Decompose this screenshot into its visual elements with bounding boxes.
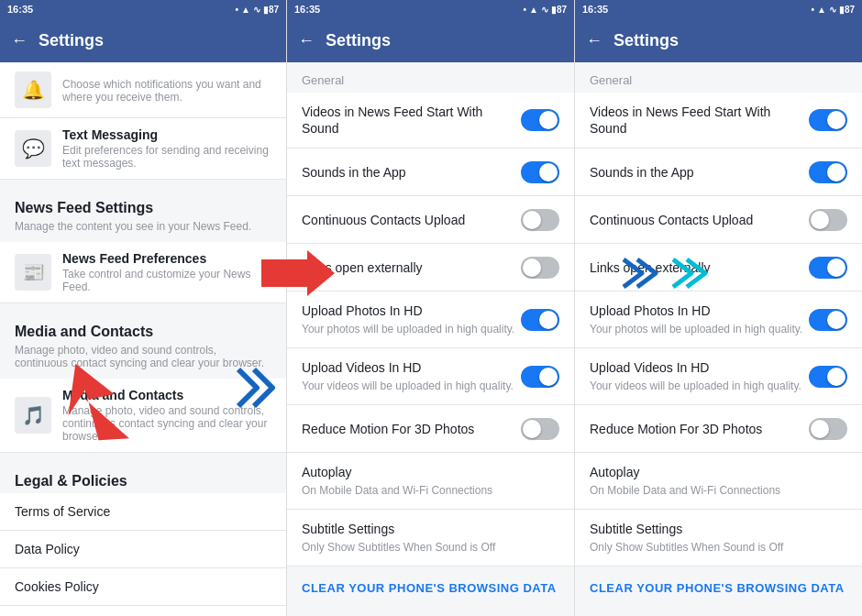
news-feed-prefs-subtitle: Take control and customize your News Fee…: [62, 268, 271, 293]
middle-item-4[interactable]: Upload Photos In HD Your photos will be …: [287, 292, 574, 348]
middle-item-0-text: Videos in News Feed Start With Sound: [302, 104, 521, 137]
app-bar-middle: ← Settings: [287, 18, 574, 62]
text-messaging-item[interactable]: 💬 Text Messaging Edit preferences for se…: [0, 118, 286, 180]
toggle-knob-videos-right: [827, 111, 845, 129]
middle-autoplay-item[interactable]: Autoplay On Mobile Data and Wi-Fi Connec…: [287, 453, 574, 510]
right-item-5-text: Upload Videos In HD Your videos will be …: [590, 359, 809, 393]
wifi-icon-r: ∿: [829, 5, 836, 15]
status-icons-left: • ▲ ∿ ▮87: [235, 5, 279, 15]
toggle-links-middle[interactable]: [521, 257, 559, 279]
battery-icon-r: ▮87: [839, 5, 855, 15]
news-feed-prefs-item[interactable]: 📰 News Feed Preferences Take control and…: [0, 242, 286, 303]
toggle-knob-reduce-middle: [523, 420, 541, 438]
middle-subtitle-subtitle: Only Show Subtitles When Sound is Off: [302, 540, 559, 556]
toggle-contacts-middle[interactable]: [521, 209, 559, 231]
middle-autoplay-title: Autoplay: [302, 464, 559, 480]
toggle-contacts-right[interactable]: [809, 209, 847, 231]
community-item[interactable]: Community Standards: [0, 606, 286, 616]
toggle-knob-links-middle: [523, 258, 541, 277]
bluetooth-icon-m: •: [523, 5, 526, 15]
app-bar-left: ← Settings: [0, 18, 286, 62]
right-item-1[interactable]: Sounds in the App: [575, 148, 862, 196]
middle-item-1[interactable]: Sounds in the App: [287, 148, 574, 196]
toggle-knob-sounds-right: [827, 163, 845, 182]
media-contacts-text: Media and Contacts Manage photo, video a…: [62, 388, 271, 443]
toggle-knob-contacts-right: [811, 211, 829, 229]
middle-item-0[interactable]: Videos in News Feed Start With Sound: [287, 93, 574, 148]
toggle-knob-reduce-right: [811, 420, 829, 438]
media-contacts-icon: 🎵: [15, 397, 51, 434]
right-item-3-title: Links open externally: [590, 259, 809, 276]
middle-item-5-subtitle: Your videos will be uploaded in high qua…: [302, 379, 521, 394]
status-icons-right: • ▲ ∿ ▮87: [811, 5, 855, 15]
middle-item-6-title: Reduce Motion For 3D Photos: [302, 421, 521, 437]
right-autoplay-subtitle: On Mobile Data and Wi-Fi Connections: [590, 483, 847, 499]
right-item-4-subtitle: Your photos will be uploaded in high qua…: [590, 322, 809, 337]
middle-item-5-title: Upload Videos In HD: [302, 359, 521, 376]
notifications-item[interactable]: 🔔 Choose which notifications you want an…: [0, 62, 286, 118]
middle-panel: 16:35 • ▲ ∿ ▮87 ← Settings General Video…: [287, 0, 575, 616]
right-item-2[interactable]: Continuous Contacts Upload: [575, 196, 862, 244]
back-button-right[interactable]: ←: [586, 31, 602, 50]
middle-item-4-title: Upload Photos In HD: [302, 302, 521, 319]
toggle-photos-right[interactable]: [809, 309, 847, 331]
toggle-reduce-middle[interactable]: [521, 418, 559, 440]
middle-item-1-text: Sounds in the App: [302, 164, 521, 181]
toggle-knob-sounds-middle: [539, 163, 558, 182]
right-subtitle-title: Subtitle Settings: [590, 521, 847, 537]
right-item-3-text: Links open externally: [590, 259, 809, 276]
time-middle: 16:35: [294, 4, 320, 15]
toggle-videos-right[interactable]: [809, 109, 847, 131]
right-item-6-title: Reduce Motion For 3D Photos: [590, 421, 809, 437]
cookies-item[interactable]: Cookies Policy: [0, 568, 286, 606]
toggle-sounds-right[interactable]: [809, 161, 847, 183]
right-item-3[interactable]: Links open externally: [575, 244, 862, 292]
right-subtitle-item[interactable]: Subtitle Settings Only Show Subtitles Wh…: [575, 510, 862, 566]
toggle-photos-middle[interactable]: [521, 309, 559, 331]
right-item-0-text: Videos in News Feed Start With Sound: [590, 104, 809, 137]
right-autoplay-item[interactable]: Autoplay On Mobile Data and Wi-Fi Connec…: [575, 453, 862, 510]
middle-item-3-title: Links open externally: [302, 259, 521, 276]
toggle-links-right[interactable]: [809, 257, 847, 279]
back-button-left[interactable]: ←: [11, 31, 28, 50]
right-item-5-subtitle: Your videos will be uploaded in high qua…: [590, 379, 809, 394]
notifications-icon: 🔔: [15, 72, 51, 108]
right-item-0[interactable]: Videos in News Feed Start With Sound: [575, 93, 862, 148]
right-item-4[interactable]: Upload Photos In HD Your photos will be …: [575, 292, 862, 348]
middle-item-3[interactable]: Links open externally: [287, 244, 574, 292]
app-title-middle: Settings: [326, 31, 391, 50]
middle-subtitle-item[interactable]: Subtitle Settings Only Show Subtitles Wh…: [287, 510, 574, 566]
time-left: 16:35: [7, 4, 33, 15]
status-bar-left: 16:35 • ▲ ∿ ▮87: [0, 0, 286, 18]
wifi-icon-m: ∿: [541, 5, 548, 15]
data-policy-item[interactable]: Data Policy: [0, 531, 286, 568]
signal-icon: ▲: [241, 5, 250, 15]
middle-clear-link[interactable]: CLEAR YOUR PHONE'S BROWSING DATA: [287, 566, 574, 610]
middle-item-6[interactable]: Reduce Motion For 3D Photos: [287, 405, 574, 453]
text-messaging-subtitle: Edit preferences for sending and receivi…: [62, 144, 271, 170]
right-subtitle-subtitle: Only Show Subtitles When Sound is Off: [590, 540, 847, 556]
middle-item-4-text: Upload Photos In HD Your photos will be …: [302, 302, 521, 336]
middle-item-2[interactable]: Continuous Contacts Upload: [287, 196, 574, 244]
toggle-videos-hd-right[interactable]: [809, 366, 847, 388]
toggle-videos-middle[interactable]: [521, 109, 559, 131]
toggle-reduce-right[interactable]: [809, 418, 847, 440]
text-messaging-title: Text Messaging: [62, 127, 271, 142]
media-contacts-subtitle: Manage photo, video and sound controls, …: [62, 404, 271, 443]
toggle-sounds-middle[interactable]: [521, 161, 559, 183]
right-item-5[interactable]: Upload Videos In HD Your videos will be …: [575, 348, 862, 405]
middle-item-5[interactable]: Upload Videos In HD Your videos will be …: [287, 348, 574, 405]
left-content: 🔔 Choose which notifications you want an…: [0, 62, 286, 616]
right-item-6[interactable]: Reduce Motion For 3D Photos: [575, 405, 862, 453]
right-clear-link[interactable]: CLEAR YOUR PHONE'S BROWSING DATA: [575, 566, 862, 610]
middle-content: General Videos in News Feed Start With S…: [287, 62, 574, 616]
back-button-middle[interactable]: ←: [298, 31, 315, 50]
middle-item-4-subtitle: Your photos will be uploaded in high qua…: [302, 322, 521, 337]
terms-item[interactable]: Terms of Service: [0, 493, 286, 531]
toggle-knob-videos-hd-right: [827, 368, 845, 386]
status-bar-middle: 16:35 • ▲ ∿ ▮87: [287, 0, 574, 18]
toggle-videos-hd-middle[interactable]: [521, 366, 559, 388]
media-contacts-item[interactable]: 🎵 Media and Contacts Manage photo, video…: [0, 379, 286, 453]
middle-subtitle-title: Subtitle Settings: [302, 521, 559, 537]
app-title-left: Settings: [39, 31, 104, 50]
